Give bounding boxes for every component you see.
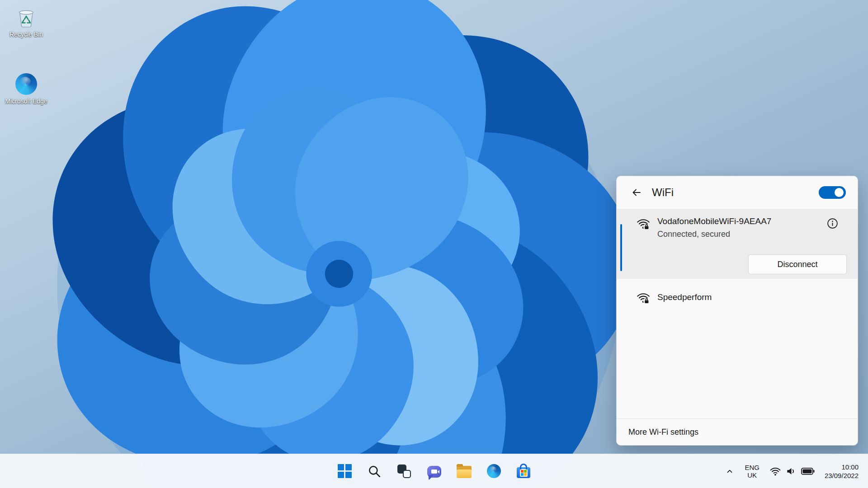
desktop-icon-recycle-bin[interactable]: Recycle Bin [5, 5, 48, 38]
desktop: Recycle Bin Microsoft Edge WiFi [0, 0, 868, 488]
more-wifi-settings-link[interactable]: More Wi-Fi settings [617, 418, 858, 445]
store-button[interactable] [512, 458, 535, 484]
wifi-network-item-connected[interactable]: VodafoneMobileWiFi-9AEAA7 Connected, sec… [617, 209, 858, 279]
desktop-icon-microsoft-edge[interactable]: Microsoft Edge [5, 72, 48, 105]
task-view-icon [397, 464, 411, 479]
network-status: Connected, secured [657, 230, 771, 239]
wifi-network-item[interactable]: Speedperform [617, 282, 858, 313]
volume-icon [785, 465, 797, 477]
windows-logo-icon [338, 464, 352, 478]
back-button[interactable] [628, 185, 645, 200]
disconnect-button[interactable]: Disconnect [748, 254, 847, 274]
recycle-bin-icon [14, 5, 38, 29]
system-tray: ENG UK [721, 454, 868, 488]
wifi-toggle[interactable] [819, 186, 846, 199]
store-icon [517, 467, 530, 478]
network-name: VodafoneMobileWiFi-9AEAA7 [657, 216, 771, 227]
taskbar-center-icons [333, 458, 535, 484]
desktop-icon-label: Recycle Bin [9, 31, 43, 38]
wifi-secured-icon [637, 291, 650, 305]
battery-icon [801, 467, 815, 475]
language-line1: ENG [745, 464, 760, 471]
tray-overflow-button[interactable] [721, 460, 739, 483]
time: 10:00 [841, 463, 859, 471]
edge-button[interactable] [482, 458, 505, 484]
toggle-knob [835, 188, 844, 197]
info-icon [826, 217, 839, 230]
language-line2: UK [747, 471, 757, 479]
edge-icon [487, 464, 501, 478]
wifi-status-icon [769, 465, 781, 477]
language-indicator[interactable]: ENG UK [741, 460, 764, 483]
date: 23/09/2022 [825, 471, 859, 480]
search-icon [367, 464, 382, 479]
chevron-up-icon [725, 466, 735, 476]
network-properties-button[interactable] [825, 216, 840, 230]
back-arrow-icon [631, 187, 642, 198]
wifi-secured-icon [637, 217, 650, 230]
start-button[interactable] [333, 458, 356, 484]
desktop-icon-label: Microsoft Edge [5, 98, 47, 105]
wallpaper-bloom [45, 0, 633, 488]
chat-button[interactable] [422, 458, 446, 484]
quick-settings-button[interactable] [765, 460, 819, 483]
search-button[interactable] [363, 458, 386, 484]
selection-accent-bar [620, 224, 622, 271]
taskbar: ENG UK [0, 454, 868, 488]
chat-icon [427, 466, 441, 478]
wifi-panel-title: WiFi [652, 186, 674, 199]
flyout-spacer [617, 313, 858, 418]
folder-icon [457, 466, 472, 478]
clock[interactable]: 10:00 23/09/2022 [821, 460, 863, 483]
wifi-flyout-header: WiFi [617, 176, 858, 209]
wifi-flyout: WiFi Vodaf [616, 176, 858, 446]
network-name: Speedperform [657, 292, 712, 303]
task-view-button[interactable] [392, 458, 416, 484]
file-explorer-button[interactable] [452, 458, 476, 484]
edge-icon [14, 72, 38, 96]
